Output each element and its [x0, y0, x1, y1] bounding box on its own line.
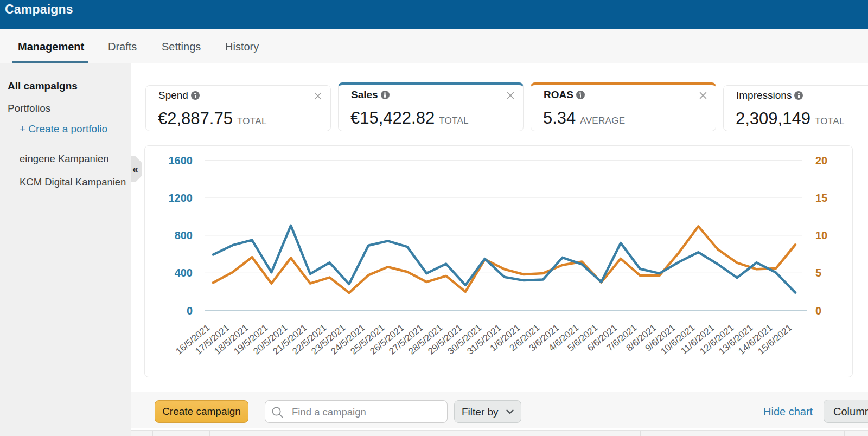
svg-text:1200: 1200 [169, 192, 193, 204]
svg-text:20: 20 [815, 155, 827, 166]
svg-text:0: 0 [187, 305, 193, 317]
svg-text:800: 800 [175, 229, 193, 241]
svg-text:400: 400 [175, 267, 193, 279]
svg-text:5: 5 [815, 267, 821, 279]
svg-text:10: 10 [815, 229, 827, 241]
svg-text:15: 15 [815, 192, 827, 204]
svg-text:1600: 1600 [169, 155, 193, 166]
svg-text:0: 0 [815, 305, 821, 317]
